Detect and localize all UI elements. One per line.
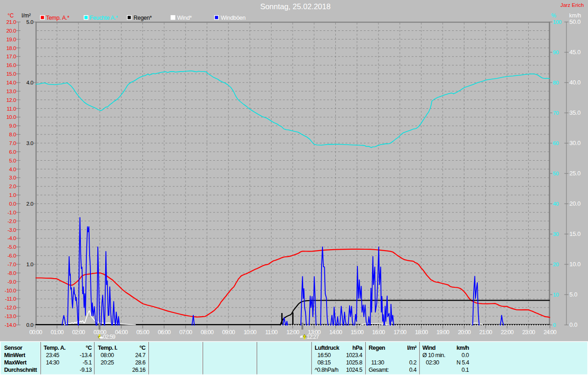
svg-text:50.0: 50.0 (570, 18, 581, 25)
svg-text:0: 0 (553, 322, 556, 328)
svg-text:26.16: 26.16 (132, 367, 146, 373)
svg-text:Wind: Wind (423, 345, 435, 351)
svg-text:15.0: 15.0 (6, 71, 17, 77)
svg-text:19:00: 19:00 (436, 329, 449, 336)
svg-text:1023.4: 1023.4 (346, 352, 362, 358)
svg-text:Durchschnitt: Durchschnitt (4, 367, 37, 373)
svg-text:04:00: 04:00 (115, 329, 128, 336)
svg-text:9.0: 9.0 (9, 123, 17, 129)
svg-text:11.0: 11.0 (7, 106, 17, 112)
svg-text:05:00: 05:00 (136, 329, 149, 336)
svg-text:1024.5: 1024.5 (346, 367, 362, 373)
svg-text:06:00: 06:00 (158, 329, 171, 336)
svg-text:12:00: 12:00 (286, 329, 299, 336)
svg-text:20:00: 20:00 (458, 329, 471, 336)
svg-text:01:00: 01:00 (51, 329, 63, 336)
svg-text:0.0: 0.0 (462, 352, 469, 358)
svg-text:3.0: 3.0 (26, 140, 34, 146)
svg-text:11:00: 11:00 (265, 329, 277, 336)
svg-text:02:30: 02:30 (426, 359, 439, 366)
svg-text:MaxWert: MaxWert (4, 359, 27, 366)
svg-text:00:00: 00:00 (29, 329, 42, 336)
svg-text:MinWert: MinWert (4, 352, 26, 358)
svg-text:09:00: 09:00 (222, 329, 235, 336)
svg-text:Temp. I.: Temp. I. (98, 345, 117, 351)
svg-text:Sensor: Sensor (4, 345, 23, 351)
svg-text:-6.0: -6.0 (7, 252, 17, 259)
svg-text:-8.0: -8.0 (7, 270, 17, 276)
svg-text:12.0: 12.0 (6, 97, 17, 103)
svg-text:21.0: 21.0 (6, 19, 17, 25)
svg-text:^0.8hPa/h: ^0.8hPa/h (315, 367, 339, 373)
svg-text:12:27: 12:27 (306, 334, 319, 340)
svg-text:50: 50 (553, 170, 559, 177)
svg-text:Gesamt:: Gesamt: (369, 367, 389, 373)
svg-text:-9.0: -9.0 (7, 279, 17, 285)
svg-text:Wind*: Wind* (177, 15, 192, 21)
svg-text:02:59: 02:59 (103, 334, 116, 340)
svg-text:5.0: 5.0 (9, 157, 17, 164)
svg-text:l/m²: l/m² (22, 12, 31, 19)
svg-text:Sonntag, 25.02.2018: Sonntag, 25.02.2018 (260, 2, 330, 11)
svg-text:13.0: 13.0 (6, 88, 17, 95)
svg-text:100: 100 (553, 19, 562, 25)
svg-text:08:00: 08:00 (101, 352, 114, 358)
svg-text:Regen*: Regen* (134, 15, 152, 21)
svg-text:-10.0: -10.0 (5, 287, 17, 294)
svg-text:-14.0: -14.0 (5, 322, 17, 328)
svg-text:Jarz Erich: Jarz Erich (560, 2, 584, 8)
svg-text:1.0: 1.0 (9, 192, 17, 198)
svg-text:5.0: 5.0 (26, 19, 34, 25)
svg-text:hPa: hPa (352, 345, 363, 351)
svg-text:18:00: 18:00 (415, 329, 428, 336)
svg-text:3.0: 3.0 (9, 174, 17, 181)
svg-text:10.0: 10.0 (6, 114, 17, 120)
svg-text:Luftdruck: Luftdruck (315, 345, 340, 351)
svg-text:km/h: km/h (569, 12, 581, 19)
svg-text:Ø 10 min.: Ø 10 min. (423, 352, 446, 358)
svg-text:5.0: 5.0 (570, 291, 577, 298)
svg-text:22:00: 22:00 (501, 329, 514, 336)
svg-text:0.2: 0.2 (409, 359, 417, 366)
svg-text:30.0: 30.0 (570, 140, 581, 146)
svg-text:0.4: 0.4 (409, 367, 417, 373)
svg-text:14:30: 14:30 (46, 359, 59, 366)
svg-text:15.0: 15.0 (570, 230, 581, 237)
svg-text:Windböen: Windböen (221, 15, 246, 21)
svg-text:10: 10 (553, 291, 559, 298)
svg-text:15:00: 15:00 (351, 329, 363, 336)
svg-text:0.0: 0.0 (570, 321, 577, 328)
svg-text:11:30: 11:30 (371, 359, 384, 366)
svg-text:°C: °C (8, 12, 14, 19)
svg-text:20: 20 (553, 261, 559, 268)
svg-text:0.1: 0.1 (462, 367, 469, 373)
svg-text:N 5.4: N 5.4 (457, 359, 469, 366)
svg-text:-3.0: -3.0 (7, 227, 17, 233)
svg-text:2.0: 2.0 (26, 201, 34, 207)
svg-text:8.0: 8.0 (9, 131, 17, 138)
svg-text:-1.0: -1.0 (7, 209, 17, 216)
svg-text:18.0: 18.0 (6, 45, 17, 51)
svg-text:-13.4: -13.4 (80, 352, 92, 358)
svg-text:19.0: 19.0 (6, 36, 17, 43)
svg-text:14.0: 14.0 (6, 79, 17, 86)
svg-text:Feuchte A.*: Feuchte A.* (90, 15, 118, 21)
svg-text:2.0: 2.0 (9, 183, 17, 190)
svg-text:14:00: 14:00 (329, 329, 342, 336)
svg-text:90: 90 (553, 49, 559, 56)
svg-text:1025.8: 1025.8 (346, 359, 362, 366)
svg-text:02:00: 02:00 (72, 329, 85, 336)
svg-text:07:00: 07:00 (179, 329, 192, 336)
svg-text:4.0: 4.0 (9, 166, 17, 173)
svg-text:Regen: Regen (369, 345, 385, 351)
svg-text:10:00: 10:00 (243, 329, 256, 336)
svg-text:21:00: 21:00 (479, 329, 492, 336)
svg-text:°C: °C (139, 345, 145, 351)
svg-text:6.0: 6.0 (9, 149, 17, 155)
svg-text:08:15: 08:15 (317, 359, 331, 366)
svg-text:0.0: 0.0 (26, 322, 34, 328)
svg-text:45.0: 45.0 (570, 49, 581, 56)
svg-text:-5.0: -5.0 (7, 244, 17, 250)
svg-text:60: 60 (553, 140, 559, 146)
svg-text:80: 80 (553, 79, 559, 86)
